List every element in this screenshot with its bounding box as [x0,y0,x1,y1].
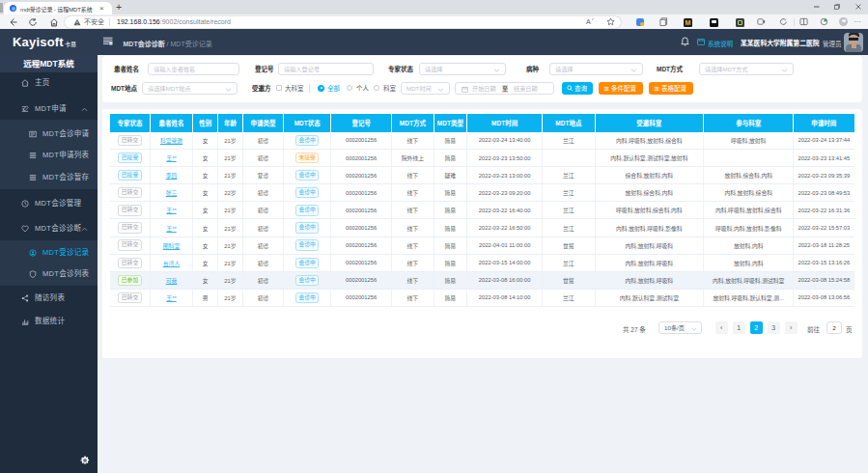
svg-text:A: A [586,17,591,26]
